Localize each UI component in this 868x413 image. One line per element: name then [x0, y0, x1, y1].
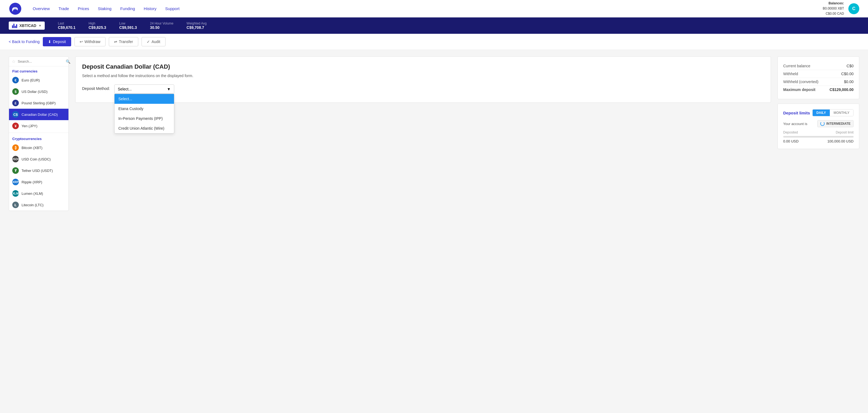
- dropdown-list: Select... Etana Custody In-Person Paymen…: [114, 94, 174, 134]
- sidebar-divider: [9, 133, 68, 133]
- balance-xbt: B0.00000 XBT: [823, 6, 844, 11]
- deposit-method-row: Deposit Method: Select... ▼ Select... Et…: [82, 83, 764, 94]
- nav-history[interactable]: History: [144, 6, 157, 11]
- cad-icon: C$: [12, 111, 19, 118]
- deposit-title: Deposit Canadian Dollar (CAD): [82, 63, 764, 70]
- usdc-icon: USDC: [12, 156, 19, 162]
- crypto-section-label: Cryptocurrencies: [9, 134, 68, 142]
- account-level-row: Your account is INTERMEDIATE: [783, 120, 854, 127]
- dropdown-option-cua[interactable]: Credit Union Atlantic (Wire): [115, 124, 174, 133]
- deposit-method-dropdown-container: Select... ▼ Select... Etana Custody In-P…: [114, 83, 174, 94]
- limits-card: Deposit limits DAILY MONTHLY Your accoun…: [777, 104, 859, 149]
- balance-withheld-value: C$0.00: [841, 72, 854, 76]
- chart-icon: [12, 23, 17, 28]
- sidebar-search-bar: ☆ 🔍: [9, 57, 68, 66]
- deposit-button[interactable]: ⬇ Deposit: [43, 37, 71, 46]
- deposit-icon: ⬇: [48, 39, 51, 44]
- deposit-form: Deposit Canadian Dollar (CAD) Select a m…: [75, 57, 771, 103]
- dropdown-option-ipp[interactable]: In-Person Payments (IPP): [115, 114, 174, 124]
- withdraw-icon: ↩: [80, 39, 83, 44]
- transfer-button-label: Transfer: [119, 39, 133, 44]
- badge-spinner-icon: [820, 122, 825, 126]
- xrp-icon: XRP: [12, 179, 19, 185]
- balance-withheld-label: Withheld: [783, 72, 798, 76]
- favorites-star-icon[interactable]: ☆: [12, 59, 16, 64]
- nav-support[interactable]: Support: [165, 6, 180, 11]
- nav-trade[interactable]: Trade: [59, 6, 69, 11]
- limits-header: Deposit limits DAILY MONTHLY: [783, 109, 854, 116]
- eur-label: Euro (EUR): [22, 78, 40, 82]
- currency-item-eur[interactable]: € Euro (EUR): [9, 74, 68, 86]
- dropdown-option-etana[interactable]: Etana Custody: [115, 104, 174, 114]
- avatar[interactable]: C: [848, 3, 859, 14]
- jpy-label: Yen (JPY): [22, 124, 37, 128]
- currency-item-usd[interactable]: $ US Dollar (USD): [9, 86, 68, 97]
- logo[interactable]: [9, 2, 22, 15]
- right-panels: Current balance C$0 Withheld C$0.00 With…: [777, 57, 859, 149]
- ticker-high: High C$9,825.3: [89, 22, 106, 30]
- deposited-col-header: Deposited: [783, 131, 798, 134]
- balance-row-withheld-converted: Withheld (converted) $0.00: [783, 78, 854, 86]
- currency-item-usdt[interactable]: ₮ Tether USD (USDT): [9, 165, 68, 176]
- account-level-label: Your account is: [783, 122, 807, 126]
- currency-item-jpy[interactable]: ¥ Yen (JPY): [9, 120, 68, 132]
- xrp-label: Ripple (XRP): [22, 180, 42, 184]
- navbar-left: Overview Trade Prices Staking Funding Hi…: [9, 2, 180, 15]
- currency-item-xbt[interactable]: ₿ Bitcoin (XBT): [9, 142, 68, 153]
- usd-icon: $: [12, 88, 19, 95]
- sub-nav: < Back to Funding ⬇ Deposit ↩ Withdraw ⇌…: [0, 34, 868, 50]
- ticker-volume: 24 Hour Volume 30.50: [150, 22, 174, 30]
- transfer-button[interactable]: ⇌ Transfer: [109, 37, 138, 46]
- ticker-low: Low C$9,591.3: [119, 22, 137, 30]
- ticker-pair-selector[interactable]: XBT/CAD ▼: [9, 22, 45, 30]
- dropdown-caret-icon: ▼: [167, 87, 171, 91]
- currency-item-xrp[interactable]: XRP Ripple (XRP): [9, 176, 68, 188]
- nav-overview[interactable]: Overview: [33, 6, 50, 11]
- balance-withheld-converted-value: $0.00: [844, 79, 854, 84]
- balance-cad: C$0.00 CAD: [823, 11, 844, 16]
- usd-label: US Dollar (USD): [22, 90, 48, 94]
- currency-item-ltc[interactable]: Ł Litecoin (LTC): [9, 199, 68, 211]
- usdt-icon: ₮: [12, 167, 19, 174]
- nav-staking[interactable]: Staking: [98, 6, 112, 11]
- dropdown-header[interactable]: Select... ▼: [114, 84, 174, 94]
- withdraw-button-label: Withdraw: [85, 39, 100, 44]
- currency-item-cad[interactable]: C$ Canadian Dollar (CAD): [9, 109, 68, 120]
- audit-button[interactable]: ✓ Audit: [142, 37, 165, 46]
- navbar: Overview Trade Prices Staking Funding Hi…: [0, 0, 868, 18]
- withdraw-button[interactable]: ↩ Withdraw: [74, 37, 105, 46]
- fiat-section-label: Fiat currencies: [9, 66, 68, 74]
- balances-label: Balances:: [829, 1, 844, 5]
- limits-progress-values: 0.00 USD 100,000.00 USD: [783, 139, 854, 143]
- limits-tab-monthly[interactable]: MONTHLY: [830, 109, 853, 116]
- balances-info: Balances: B0.00000 XBT C$0.00 CAD: [823, 1, 844, 16]
- search-input[interactable]: [18, 59, 64, 64]
- audit-icon: ✓: [147, 39, 150, 44]
- ticker-weighted-avg: Weighted Avg C$9,708.7: [187, 22, 207, 30]
- sidebar: ☆ 🔍 Fiat currencies € Euro (EUR) $ US Do…: [9, 57, 69, 211]
- ltc-label: Litecoin (LTC): [22, 203, 43, 207]
- search-icon[interactable]: 🔍: [66, 59, 70, 64]
- limits-tabs: DAILY MONTHLY: [812, 109, 854, 116]
- balance-row-withheld: Withheld C$0.00: [783, 70, 854, 78]
- nav-funding[interactable]: Funding: [120, 6, 135, 11]
- account-badge-text: INTERMEDIATE: [826, 122, 850, 126]
- limits-tab-daily[interactable]: DAILY: [813, 109, 830, 116]
- deposit-method-dropdown[interactable]: Select... ▼ Select... Etana Custody In-P…: [114, 84, 174, 94]
- currency-item-xlm[interactable]: XLM Lumen (XLM): [9, 188, 68, 199]
- usdt-label: Tether USD (USDT): [22, 169, 53, 173]
- dropdown-selected-label: Select...: [118, 87, 132, 91]
- main-content: ☆ 🔍 Fiat currencies € Euro (EUR) $ US Do…: [0, 50, 868, 217]
- back-to-funding-link[interactable]: < Back to Funding: [9, 39, 39, 44]
- usdc-label: USD Coin (USDC): [22, 157, 51, 161]
- nav-prices[interactable]: Prices: [78, 6, 89, 11]
- xlm-icon: XLM: [12, 190, 19, 197]
- currency-item-gbp[interactable]: £ Pound Sterling (GBP): [9, 97, 68, 109]
- limits-col-headers: Deposited Deposit limit: [783, 131, 854, 134]
- navbar-right: Balances: B0.00000 XBT C$0.00 CAD C: [823, 1, 859, 16]
- dropdown-option-select[interactable]: Select...: [115, 94, 174, 104]
- balance-card: Current balance C$0 Withheld C$0.00 With…: [777, 57, 859, 99]
- currency-item-usdc[interactable]: USDC USD Coin (USDC): [9, 153, 68, 165]
- xlm-label: Lumen (XLM): [22, 192, 43, 196]
- balance-maximum-value: C$129,000.00: [830, 88, 854, 92]
